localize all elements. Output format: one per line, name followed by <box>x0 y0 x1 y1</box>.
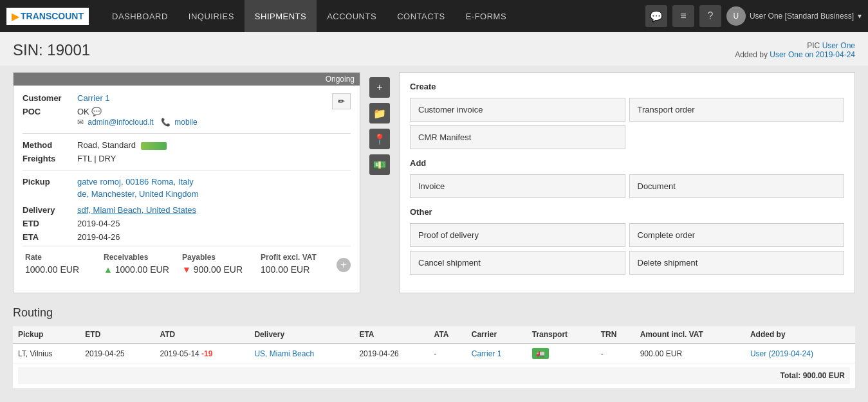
rate-col: Rate 1000.00 EUR <box>23 253 101 275</box>
col-amount: Amount incl. VAT <box>635 326 745 343</box>
nav-items: DASHBOARD INQUIRIES SHIPMENTS ACCOUNTS C… <box>102 0 645 32</box>
freights-row: Freights FTL | DRY <box>23 154 351 163</box>
truck-icon: 🚛 <box>532 348 549 359</box>
col-carrier: Carrier <box>466 326 527 343</box>
poc-chat-icon: 💬 <box>91 107 102 116</box>
payables-col: Payables ▼ 900.00 EUR <box>180 253 258 275</box>
cmr-manifest-button[interactable]: CMR Manifest <box>410 125 625 149</box>
nav-contacts[interactable]: CONTACTS <box>387 0 456 32</box>
location-icon-btn[interactable]: 📍 <box>369 129 390 149</box>
page-header: SIN: 19001 PIC User One Added by User On… <box>0 32 868 66</box>
delete-shipment-button[interactable]: Delete shipment <box>629 251 845 275</box>
added-label: Added by <box>735 50 768 59</box>
create-buttons: Customer invoice Transport order CMR Man… <box>410 98 844 149</box>
row-etd: 2019-04-25 <box>80 343 154 363</box>
nav-accounts[interactable]: ACCOUNTS <box>317 0 387 32</box>
invoice-button[interactable]: Invoice <box>410 174 625 198</box>
other-buttons: Proof of delivery Complete order Cancel … <box>410 223 844 275</box>
pickup-row: Pickup gatve romoj, 00186 Roma, Italy de… <box>23 177 351 201</box>
row-eta: 2019-04-26 <box>354 343 429 363</box>
avatar: U <box>726 6 746 26</box>
folder-icon-btn[interactable]: 📁 <box>369 103 390 123</box>
cancel-shipment-button[interactable]: Cancel shipment <box>410 251 625 275</box>
rate-label: Rate <box>25 253 98 262</box>
eta-value: 2019-04-26 <box>77 232 351 242</box>
delivery-value-link[interactable]: US, Miami Beach <box>254 349 314 358</box>
delivery-link[interactable]: sdf, Miami Beach, United States <box>77 205 351 215</box>
edit-button[interactable]: ✏ <box>332 93 351 109</box>
total-label: Total: <box>780 371 801 380</box>
added-info-link[interactable]: User One on 2019-04-24 <box>770 50 855 59</box>
method-image <box>141 142 167 150</box>
customer-invoice-button[interactable]: Customer invoice <box>410 98 625 122</box>
payables-value: ▼ 900.00 EUR <box>182 264 255 275</box>
other-section-title: Other <box>410 207 844 217</box>
method-label: Method <box>23 140 77 150</box>
transport-order-button[interactable]: Transport order <box>629 98 845 122</box>
receivables-value: ▲ 1000.00 EUR <box>104 264 177 275</box>
routing-table-footer: Total: 900.00 EUR <box>13 363 855 388</box>
row-delivery: US, Miami Beach <box>249 343 354 363</box>
carrier-link[interactable]: Carrier 1 <box>472 349 502 358</box>
navbar: ▶ TRANSCOUNT DASHBOARD INQUIRIES SHIPMEN… <box>0 0 868 32</box>
nav-eforms[interactable]: E-FORMS <box>456 0 517 32</box>
nav-inquiries[interactable]: INQUIRIES <box>178 0 245 32</box>
delivery-row: Delivery sdf, Miami Beach, United States <box>23 205 351 215</box>
status-bar: Ongoing <box>14 73 360 86</box>
chat-button[interactable]: 💬 <box>645 5 667 27</box>
nav-shipments[interactable]: SHIPMENTS <box>245 0 317 32</box>
complete-order-button[interactable]: Complete order <box>629 223 845 247</box>
proof-of-delivery-button[interactable]: Proof of delivery <box>410 223 625 247</box>
email-link[interactable]: admin@infocloud.lt <box>88 118 153 127</box>
right-panel: Create Customer invoice Transport order … <box>399 72 855 293</box>
action-icons: + 📁 📍 💵 <box>367 72 392 293</box>
nav-dashboard[interactable]: DASHBOARD <box>102 0 178 32</box>
user-label: User One [Standard Business] <box>750 12 854 21</box>
arrow-down-icon: ▼ <box>182 264 191 275</box>
plus-icon-btn[interactable]: + <box>369 77 390 98</box>
list-button[interactable]: ≡ <box>672 5 694 27</box>
method-row: Method Road, Standard <box>23 140 351 150</box>
money-icon-btn[interactable]: 💵 <box>369 154 390 175</box>
pic-user-link[interactable]: User One <box>822 41 855 50</box>
customer-label: Customer <box>23 93 77 103</box>
page-title: SIN: 19001 <box>13 41 90 59</box>
help-button[interactable]: ? <box>699 5 721 27</box>
added-by-link[interactable]: User (2019-04-24) <box>750 349 813 358</box>
profit-label: Profit excl. VAT <box>261 253 334 262</box>
payables-label: Payables <box>182 253 255 262</box>
pic-label: PIC <box>807 41 820 50</box>
logo[interactable]: ▶ TRANSCOUNT <box>6 8 89 25</box>
routing-table: Pickup ETD ATD Delivery ETA ATA Carrier … <box>13 326 855 388</box>
eta-row: ETA 2019-04-26 <box>23 232 351 242</box>
row-trn: - <box>596 343 635 363</box>
add-section-title: Add <box>410 158 844 168</box>
page-meta: PIC User One Added by User One on 2019-0… <box>735 41 855 59</box>
email-icon: ✉ <box>77 118 84 127</box>
col-trn: TRN <box>596 326 635 343</box>
col-delivery: Delivery <box>249 326 354 343</box>
freights-label: Freights <box>23 154 77 163</box>
row-added-by: User (2019-04-24) <box>745 343 855 363</box>
user-menu[interactable]: U User One [Standard Business] ▾ <box>726 6 862 26</box>
add-buttons: Invoice Document <box>410 174 844 198</box>
pickup-link2[interactable]: de, Manchester, United Kingdom <box>77 189 199 199</box>
nav-right: 💬 ≡ ? U User One [Standard Business] ▾ <box>645 5 862 27</box>
receivables-col: Receivables ▲ 1000.00 EUR <box>101 253 180 275</box>
document-button[interactable]: Document <box>629 174 845 198</box>
create-section-title: Create <box>410 82 844 91</box>
customer-row: Customer Carrier 1 <box>23 93 326 103</box>
routing-table-body: LT, Vilnius 2019-04-25 2019-05-14 -19 US… <box>13 343 855 363</box>
chevron-down-icon: ▾ <box>858 12 862 21</box>
col-etd: ETD <box>80 326 154 343</box>
add-financial-button[interactable]: + <box>337 258 351 272</box>
row-carrier: Carrier 1 <box>466 343 527 363</box>
customer-link[interactable]: Carrier 1 <box>77 93 110 103</box>
pickup-link1[interactable]: gatve romoj, 00186 Roma, Italy <box>77 177 194 187</box>
etd-label: ETD <box>23 219 77 228</box>
logo-text: TRANSCOUNT <box>21 11 84 21</box>
poc-row: POC OK 💬 ✉ admin@infocloud.lt 📞 mobile <box>23 107 326 127</box>
phone-icon: 📞 <box>161 118 171 127</box>
mobile-link[interactable]: mobile <box>174 118 197 127</box>
profit-value: 100.00 EUR <box>261 264 334 275</box>
